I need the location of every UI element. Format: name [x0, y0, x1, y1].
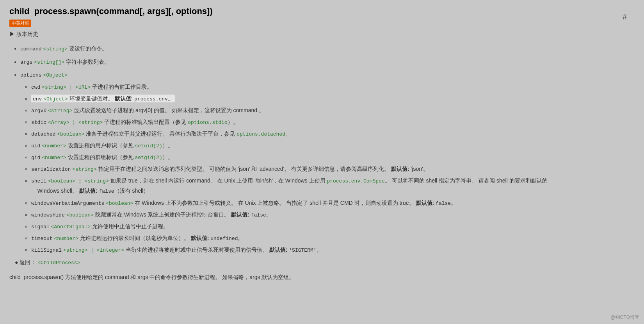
param-type-args: <string[]>	[34, 59, 64, 65]
param-type-options: <Object>	[43, 72, 68, 78]
sub-param-gid: gid <number> 设置进程的群组标识（参见 setgid(2)）。	[31, 152, 635, 163]
hash-anchor[interactable]: #	[623, 13, 627, 21]
params-list: command <string> 要运行的命令。 args <string[]>…	[9, 43, 635, 255]
sub-param-uid: uid <number> 设置进程的用户标识（参见 setuid(2)）。	[31, 141, 635, 151]
sub-param-detached: detached <boolean> 准备子进程独立于其父进程运行。 具体行为取…	[31, 129, 635, 139]
sub-param-timeout: timeout <number> 允许进程运行的最长时间（以毫秒为单位）。 默认…	[31, 233, 635, 243]
cn-en-badge[interactable]: 中英对照	[9, 20, 31, 27]
param-name-args: args	[20, 59, 32, 65]
sub-param-cwd: cwd <string> | <URL> 子进程的当前工作目录。	[31, 82, 635, 92]
sub-param-serialization: serialization <string> 指定用于在进程之间发送消息的序列化…	[31, 164, 635, 174]
returns-section: ● 返回： <ChildProcess>	[15, 259, 635, 266]
returns-type: <ChildProcess>	[37, 260, 80, 266]
watermark: @©ICTO博客	[611, 314, 639, 321]
returns-label: 返回：	[20, 259, 36, 265]
sub-params-list: cwd <string> | <URL> 子进程的当前工作目录。 env <Ob…	[20, 82, 635, 255]
sub-param-shell: shell <boolean> | <string> 如果是 true，则在 s…	[31, 176, 635, 196]
sub-param-windowsverbatim: windowsVerbatimArguments <boolean> 在 Win…	[31, 198, 635, 208]
sub-param-signal: signal <AbortSignal> 允许使用中止信号中止子进程。	[31, 222, 635, 232]
sub-param-stdio: stdio <Array> | <string> 子进程的标准输入输出配置（参见…	[31, 117, 635, 127]
param-command: command <string> 要运行的命令。	[20, 43, 635, 54]
param-args: args <string[]> 字符串参数列表。	[20, 57, 635, 68]
param-type-command: <string>	[43, 46, 68, 52]
param-desc-command: 要运行的命令。	[69, 45, 107, 52]
bottom-description: child_process.spawn() 方法使用给定的 command 和 …	[9, 272, 635, 282]
version-history[interactable]: 版本历史	[9, 31, 635, 38]
param-desc-args: 字符串参数列表。	[66, 59, 110, 65]
param-options: options <Object> cwd <string> | <URL> 子进…	[20, 70, 635, 255]
sub-param-killsignal: killSignal <string> | <integer> 当衍生的进程将被…	[31, 245, 635, 255]
page-title: child_process.spawn(command[, args][, op…	[9, 6, 635, 16]
param-name-options: options	[20, 72, 42, 78]
param-name-command: command	[20, 46, 42, 52]
sub-param-argv0: argv0 <string> 显式设置发送给子进程的 argv[0] 的值。 如…	[31, 106, 635, 116]
sub-param-windowshide: windowsHide <boolean> 隐藏通常在 Windows 系统上创…	[31, 210, 635, 220]
sub-param-env: env <Object> 环境变量键值对。 默认值: process.env。	[31, 94, 635, 104]
